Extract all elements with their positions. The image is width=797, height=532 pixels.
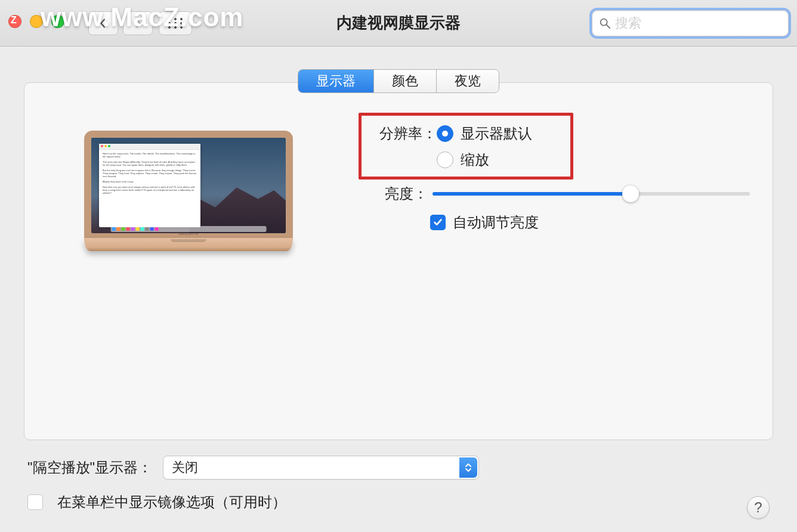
- auto-brightness-label: 自动调节亮度: [453, 213, 539, 232]
- airplay-label: "隔空播放"显示器：: [27, 458, 152, 477]
- search-input[interactable]: [615, 16, 782, 31]
- option-scaled: 缩放: [461, 150, 489, 169]
- slider-knob[interactable]: [622, 185, 639, 202]
- tabs: 显示器 颜色 夜览: [298, 69, 499, 93]
- brightness-slider[interactable]: [428, 192, 755, 196]
- close-window-button[interactable]: [8, 15, 21, 28]
- tab-display[interactable]: 显示器: [298, 70, 374, 92]
- brightness-label: 亮度：: [359, 184, 428, 203]
- resolution-label: 分辨率：: [371, 124, 437, 143]
- chevron-left-icon: [98, 18, 109, 29]
- check-icon: [433, 217, 443, 228]
- toolbar: 内建视网膜显示器: [0, 0, 797, 47]
- window-controls: [8, 15, 64, 28]
- display-settings: 分辨率： 显示器默认 缩放 亮度：: [335, 113, 755, 251]
- settings-panel: Here's to the crazy ones. The misfits. T…: [24, 82, 773, 440]
- grid-icon: [168, 18, 183, 29]
- svg-point-0: [601, 18, 607, 25]
- bottom-controls: "隔空播放"显示器： 关闭 在菜单栏中显示镜像选项（可用时）: [0, 440, 797, 512]
- checkbox-show-mirroring[interactable]: [27, 494, 43, 510]
- svg-line-1: [607, 24, 610, 28]
- checkbox-auto-brightness[interactable]: [430, 215, 446, 230]
- minimize-window-button[interactable]: [30, 15, 43, 28]
- select-stepper-icon: [459, 457, 477, 478]
- radio-default-for-display[interactable]: [437, 125, 453, 142]
- show-all-button[interactable]: [159, 11, 192, 35]
- back-button[interactable]: [88, 11, 118, 35]
- help-icon: ?: [754, 499, 762, 516]
- airplay-select[interactable]: 关闭: [163, 456, 479, 480]
- zoom-window-button[interactable]: [51, 15, 64, 28]
- forward-button[interactable]: [123, 11, 153, 35]
- search-field[interactable]: [592, 10, 789, 36]
- airplay-value: 关闭: [172, 459, 198, 477]
- show-mirroring-label: 在菜单栏中显示镜像选项（可用时）: [57, 493, 286, 512]
- option-default-for-display: 显示器默认: [461, 124, 532, 143]
- radio-scaled[interactable]: [437, 151, 453, 168]
- chevron-right-icon: [132, 18, 143, 29]
- device-illustration: Here's to the crazy ones. The misfits. T…: [42, 113, 335, 251]
- window-title: 内建视网膜显示器: [336, 13, 461, 33]
- tab-color[interactable]: 颜色: [374, 70, 437, 92]
- nav-buttons: [88, 11, 153, 35]
- tab-night-shift[interactable]: 夜览: [437, 70, 499, 92]
- search-icon: [598, 17, 611, 30]
- highlighted-resolution-box: 分辨率： 显示器默认 缩放: [359, 113, 573, 180]
- help-button[interactable]: ?: [747, 496, 770, 519]
